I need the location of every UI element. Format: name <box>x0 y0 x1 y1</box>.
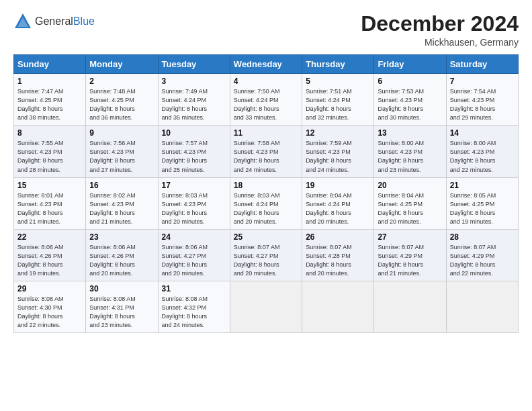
day-number: 25 <box>234 232 298 242</box>
day-number: 6 <box>378 77 442 86</box>
day-number: 16 <box>89 181 154 190</box>
calendar-cell: 20Sunrise: 8:04 AMSunset: 4:25 PMDayligh… <box>374 177 446 229</box>
cell-info: Sunrise: 8:06 AMSunset: 4:27 PMDaylight:… <box>162 243 226 278</box>
cell-info: Sunrise: 8:06 AMSunset: 4:26 PMDaylight:… <box>89 243 154 278</box>
location: Mickhausen, Germany <box>361 37 519 48</box>
day-number: 22 <box>17 232 82 242</box>
cell-info: Sunrise: 7:53 AMSunset: 4:23 PMDaylight:… <box>378 87 442 122</box>
logo-general: General <box>35 15 73 27</box>
header-day-saturday: Saturday <box>446 55 518 74</box>
calendar-cell: 25Sunrise: 8:07 AMSunset: 4:27 PMDayligh… <box>230 229 302 281</box>
day-number: 20 <box>378 181 442 190</box>
day-number: 12 <box>306 128 370 138</box>
cell-info: Sunrise: 7:55 AMSunset: 4:23 PMDaylight:… <box>17 139 82 174</box>
calendar-cell: 16Sunrise: 8:02 AMSunset: 4:23 PMDayligh… <box>86 177 158 229</box>
cell-info: Sunrise: 8:07 AMSunset: 4:29 PMDaylight:… <box>378 243 442 278</box>
cell-info: Sunrise: 8:03 AMSunset: 4:24 PMDaylight:… <box>234 191 298 226</box>
cell-info: Sunrise: 8:01 AMSunset: 4:23 PMDaylight:… <box>17 191 82 226</box>
title-block: December 2024 Mickhausen, Germany <box>361 12 519 48</box>
header-day-thursday: Thursday <box>302 55 374 74</box>
calendar-cell: 2Sunrise: 7:48 AMSunset: 4:25 PMDaylight… <box>86 74 158 126</box>
calendar-table: SundayMondayTuesdayWednesdayThursdayFrid… <box>13 54 519 333</box>
day-number: 3 <box>162 77 226 86</box>
cell-info: Sunrise: 8:04 AMSunset: 4:25 PMDaylight:… <box>378 191 442 226</box>
cell-info: Sunrise: 8:06 AMSunset: 4:26 PMDaylight:… <box>17 243 82 278</box>
header-day-sunday: Sunday <box>14 55 86 74</box>
calendar-cell: 19Sunrise: 8:04 AMSunset: 4:24 PMDayligh… <box>302 177 374 229</box>
cell-info: Sunrise: 8:07 AMSunset: 4:28 PMDaylight:… <box>306 243 370 278</box>
calendar-cell: 3Sunrise: 7:49 AMSunset: 4:24 PMDaylight… <box>158 74 230 126</box>
calendar-cell: 1Sunrise: 7:47 AMSunset: 4:25 PMDaylight… <box>14 74 86 126</box>
calendar-cell: 6Sunrise: 7:53 AMSunset: 4:23 PMDaylight… <box>374 74 446 126</box>
cell-info: Sunrise: 7:48 AMSunset: 4:25 PMDaylight:… <box>89 87 154 122</box>
calendar-body: 1Sunrise: 7:47 AMSunset: 4:25 PMDaylight… <box>14 74 519 333</box>
calendar-cell: 26Sunrise: 8:07 AMSunset: 4:28 PMDayligh… <box>302 229 374 281</box>
week-row-2: 8Sunrise: 7:55 AMSunset: 4:23 PMDaylight… <box>14 126 519 177</box>
day-number: 19 <box>306 181 370 190</box>
calendar-cell: 9Sunrise: 7:56 AMSunset: 4:23 PMDaylight… <box>86 126 158 177</box>
day-number: 24 <box>162 232 226 242</box>
calendar-cell: 15Sunrise: 8:01 AMSunset: 4:23 PMDayligh… <box>14 177 86 229</box>
calendar-cell: 31Sunrise: 8:08 AMSunset: 4:32 PMDayligh… <box>158 281 230 332</box>
calendar-cell: 21Sunrise: 8:05 AMSunset: 4:25 PMDayligh… <box>446 177 518 229</box>
cell-info: Sunrise: 7:56 AMSunset: 4:23 PMDaylight:… <box>89 139 154 174</box>
cell-info: Sunrise: 8:05 AMSunset: 4:25 PMDaylight:… <box>450 191 515 226</box>
cell-info: Sunrise: 8:07 AMSunset: 4:29 PMDaylight:… <box>450 243 515 278</box>
calendar-cell: 30Sunrise: 8:08 AMSunset: 4:31 PMDayligh… <box>86 281 158 332</box>
header: GeneralBlue December 2024 Mickhausen, Ge… <box>13 12 519 48</box>
calendar-cell: 29Sunrise: 8:08 AMSunset: 4:30 PMDayligh… <box>14 281 86 332</box>
week-row-1: 1Sunrise: 7:47 AMSunset: 4:25 PMDaylight… <box>14 74 519 126</box>
calendar-cell: 13Sunrise: 8:00 AMSunset: 4:23 PMDayligh… <box>374 126 446 177</box>
cell-info: Sunrise: 7:49 AMSunset: 4:24 PMDaylight:… <box>162 87 226 122</box>
calendar-cell: 17Sunrise: 8:03 AMSunset: 4:23 PMDayligh… <box>158 177 230 229</box>
cell-info: Sunrise: 7:50 AMSunset: 4:24 PMDaylight:… <box>234 87 298 122</box>
day-number: 14 <box>450 128 515 138</box>
calendar-cell: 22Sunrise: 8:06 AMSunset: 4:26 PMDayligh… <box>14 229 86 281</box>
day-number: 4 <box>234 77 298 86</box>
day-number: 18 <box>234 181 298 190</box>
cell-info: Sunrise: 7:59 AMSunset: 4:23 PMDaylight:… <box>306 139 370 174</box>
day-number: 26 <box>306 232 370 242</box>
cell-info: Sunrise: 7:54 AMSunset: 4:23 PMDaylight:… <box>450 87 515 122</box>
header-day-friday: Friday <box>374 55 446 74</box>
calendar-cell: 14Sunrise: 8:00 AMSunset: 4:23 PMDayligh… <box>446 126 518 177</box>
day-number: 7 <box>450 77 515 86</box>
calendar-cell: 12Sunrise: 7:59 AMSunset: 4:23 PMDayligh… <box>302 126 374 177</box>
week-row-5: 29Sunrise: 8:08 AMSunset: 4:30 PMDayligh… <box>14 281 519 332</box>
calendar-cell: 10Sunrise: 7:57 AMSunset: 4:23 PMDayligh… <box>158 126 230 177</box>
cell-info: Sunrise: 8:08 AMSunset: 4:31 PMDaylight:… <box>89 295 154 330</box>
day-number: 31 <box>162 284 226 293</box>
cell-info: Sunrise: 8:00 AMSunset: 4:23 PMDaylight:… <box>450 139 515 174</box>
logo: GeneralBlue <box>13 12 95 31</box>
cell-info: Sunrise: 8:02 AMSunset: 4:23 PMDaylight:… <box>89 191 154 226</box>
calendar-cell <box>374 281 446 332</box>
logo-blue: Blue <box>73 15 95 27</box>
calendar-cell: 18Sunrise: 8:03 AMSunset: 4:24 PMDayligh… <box>230 177 302 229</box>
header-day-tuesday: Tuesday <box>158 55 230 74</box>
month-title: December 2024 <box>361 12 519 36</box>
calendar-cell: 11Sunrise: 7:58 AMSunset: 4:23 PMDayligh… <box>230 126 302 177</box>
calendar-cell: 24Sunrise: 8:06 AMSunset: 4:27 PMDayligh… <box>158 229 230 281</box>
day-number: 30 <box>89 284 154 293</box>
cell-info: Sunrise: 8:08 AMSunset: 4:30 PMDaylight:… <box>17 295 82 330</box>
day-number: 27 <box>378 232 442 242</box>
calendar-page: GeneralBlue December 2024 Mickhausen, Ge… <box>0 0 532 411</box>
day-number: 2 <box>89 77 154 86</box>
cell-info: Sunrise: 8:07 AMSunset: 4:27 PMDaylight:… <box>234 243 298 278</box>
calendar-cell <box>446 281 518 332</box>
calendar-cell: 28Sunrise: 8:07 AMSunset: 4:29 PMDayligh… <box>446 229 518 281</box>
cell-info: Sunrise: 8:08 AMSunset: 4:32 PMDaylight:… <box>162 295 226 330</box>
header-day-wednesday: Wednesday <box>230 55 302 74</box>
day-number: 5 <box>306 77 370 86</box>
day-number: 13 <box>378 128 442 138</box>
week-row-3: 15Sunrise: 8:01 AMSunset: 4:23 PMDayligh… <box>14 177 519 229</box>
day-number: 9 <box>89 128 154 138</box>
logo-icon <box>13 12 32 31</box>
calendar-cell: 8Sunrise: 7:55 AMSunset: 4:23 PMDaylight… <box>14 126 86 177</box>
cell-info: Sunrise: 8:03 AMSunset: 4:23 PMDaylight:… <box>162 191 226 226</box>
day-number: 29 <box>17 284 82 293</box>
calendar-cell: 5Sunrise: 7:51 AMSunset: 4:24 PMDaylight… <box>302 74 374 126</box>
logo-text: GeneralBlue <box>35 15 95 28</box>
day-number: 17 <box>162 181 226 190</box>
day-number: 28 <box>450 232 515 242</box>
